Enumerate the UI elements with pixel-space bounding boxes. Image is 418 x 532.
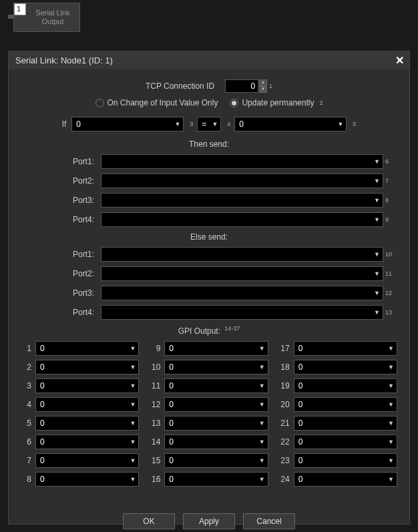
gpi-num: 11 [150, 381, 164, 390]
gpi-20-combo[interactable]: 0▼ [294, 397, 397, 412]
if-right-combo[interactable]: 0 ▼ [234, 117, 347, 131]
node-number: 1 [14, 3, 26, 15]
else-port-label: Port4: [21, 308, 101, 317]
node-label: Serial Link Output [26, 3, 79, 31]
ref: 8 [385, 197, 397, 204]
combo-value: 0 [169, 437, 174, 447]
then-port4-combo[interactable]: ▼ [101, 212, 383, 227]
chevron-down-icon: ▼ [174, 121, 180, 127]
node-connector [8, 15, 13, 19]
then-port2-combo[interactable]: ▼ [101, 174, 383, 188]
radio-onchange-label: On Change of Input Value Only [108, 98, 218, 107]
close-icon[interactable]: ✕ [393, 54, 405, 67]
apply-button[interactable]: Apply [183, 513, 235, 529]
combo-value: 0 [40, 437, 45, 447]
else-port1-combo[interactable]: ▼ [101, 247, 383, 262]
gpi-17-combo[interactable]: 0▼ [294, 341, 397, 356]
gpi-7-combo[interactable]: 0▼ [35, 453, 139, 468]
gpi-14-combo[interactable]: 0▼ [164, 435, 268, 449]
chevron-down-icon: ▼ [374, 216, 380, 223]
gpi-num: 12 [150, 400, 164, 409]
gpi-num: 13 [150, 419, 164, 428]
spinner-down-icon[interactable]: ▼ [259, 86, 267, 93]
combo-value: 0 [298, 400, 303, 409]
radio-permanent[interactable]: Update permanently 2 [230, 98, 323, 107]
gpi-3-combo[interactable]: 0▼ [35, 378, 139, 393]
ref: 11 [385, 270, 397, 277]
ok-button[interactable]: OK [123, 513, 175, 529]
gpi-6-combo[interactable]: 0▼ [35, 435, 139, 449]
combo-value: 0 [298, 419, 303, 428]
if-left-value: 0 [76, 119, 81, 129]
ref: 9 [385, 216, 397, 223]
gpi-num: 20 [279, 400, 294, 409]
combo-value: 0 [169, 475, 174, 484]
gpi-21-combo[interactable]: 0▼ [294, 416, 397, 431]
gpi-15-combo[interactable]: 0▼ [164, 453, 268, 468]
gpi-10-combo[interactable]: 0▼ [164, 360, 268, 374]
else-port3-combo[interactable]: ▼ [101, 286, 383, 300]
gpi-24-combo[interactable]: 0▼ [294, 472, 397, 487]
gpi-9-combo[interactable]: 0▼ [164, 341, 268, 356]
combo-value: 0 [169, 344, 174, 353]
if-op-combo[interactable]: = ▼ [197, 117, 221, 131]
combo-value: 0 [169, 381, 174, 390]
panel-title: Serial Link: Node1 (ID: 1) [15, 55, 113, 65]
chevron-down-icon: ▼ [130, 476, 136, 483]
gpi-8-combo[interactable]: 0▼ [35, 472, 139, 487]
gpi-num: 7 [21, 456, 35, 465]
chevron-down-icon: ▼ [130, 439, 136, 445]
chevron-down-icon: ▼ [259, 382, 265, 389]
gpi-11-combo[interactable]: 0▼ [164, 378, 268, 393]
chevron-down-icon: ▼ [388, 401, 394, 408]
chevron-down-icon: ▼ [130, 420, 136, 427]
gpi-12-combo[interactable]: 0▼ [164, 397, 268, 412]
spinner-up-icon[interactable]: ▲ [259, 79, 267, 86]
ref: 10 [385, 251, 397, 258]
gpi-18-combo[interactable]: 0▼ [294, 360, 397, 374]
titlebar: Serial Link: Node1 (ID: 1) ✕ [9, 51, 409, 69]
chevron-down-icon: ▼ [130, 457, 136, 464]
node-block[interactable]: 1 Serial Link Output [13, 3, 80, 32]
chevron-down-icon: ▼ [388, 420, 394, 427]
properties-panel: Serial Link: Node1 (ID: 1) ✕ TCP Connect… [8, 51, 410, 525]
gpi-1-combo[interactable]: 0▼ [35, 341, 139, 356]
if-right-value: 0 [239, 119, 244, 129]
gpi-4-combo[interactable]: 0▼ [35, 397, 139, 412]
combo-value: 0 [169, 419, 174, 428]
gpi-23-combo[interactable]: 0▼ [294, 453, 397, 468]
gpi-num: 21 [279, 419, 294, 428]
else-port2-combo[interactable]: ▼ [101, 266, 383, 281]
gpi-13-combo[interactable]: 0▼ [164, 416, 268, 431]
gpi-22-combo[interactable]: 0▼ [294, 435, 397, 449]
if-left-combo[interactable]: 0 ▼ [71, 117, 184, 131]
chevron-down-icon: ▼ [374, 290, 380, 296]
tcp-input[interactable] [225, 79, 258, 93]
then-port3-combo[interactable]: ▼ [101, 193, 383, 208]
then-port-label: Port1: [21, 157, 101, 166]
else-port-label: Port3: [21, 288, 101, 298]
combo-value: 0 [169, 400, 174, 409]
gpi-num: 10 [150, 362, 164, 372]
chevron-down-icon: ▼ [388, 439, 394, 445]
else-port-label: Port1: [21, 250, 101, 259]
chevron-down-icon: ▼ [388, 476, 394, 483]
chevron-down-icon: ▼ [259, 364, 265, 370]
gpi-2-combo[interactable]: 0▼ [35, 360, 139, 374]
gpi-16-combo[interactable]: 0▼ [164, 472, 268, 487]
combo-value: 0 [298, 437, 303, 447]
chevron-down-icon: ▼ [388, 345, 394, 352]
radio-onchange[interactable]: On Change of Input Value Only [95, 98, 218, 107]
else-port4-combo[interactable]: ▼ [101, 305, 383, 320]
chevron-down-icon: ▼ [388, 382, 394, 389]
gpi-19-combo[interactable]: 0▼ [294, 378, 397, 393]
gpi-5-combo[interactable]: 0▼ [35, 416, 139, 431]
chevron-down-icon: ▼ [259, 439, 265, 445]
ref-1: 1 [269, 83, 272, 89]
cancel-button[interactable]: Cancel [243, 513, 295, 529]
if-op-value: = [202, 119, 206, 129]
then-port1-combo[interactable]: ▼ [101, 154, 383, 169]
combo-value: 0 [298, 381, 303, 390]
gpi-label: GPI Output: 14-37 [21, 325, 397, 336]
combo-value: 0 [40, 381, 45, 390]
